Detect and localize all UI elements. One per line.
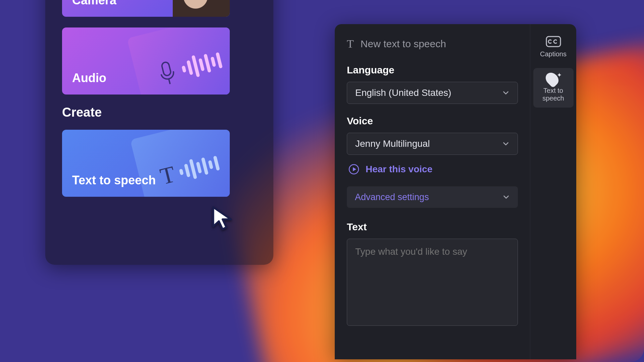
- language-select[interactable]: English (United States): [347, 82, 518, 104]
- voice-select[interactable]: Jenny Multilingual: [347, 133, 518, 155]
- tile-audio[interactable]: Audio: [62, 27, 230, 95]
- audio-tile-art: [127, 27, 230, 95]
- panel-title: New text to speech: [361, 38, 446, 50]
- tile-audio-label: Audio: [72, 71, 106, 85]
- rail-item-captions[interactable]: Captions: [533, 32, 574, 63]
- language-value: English (United States): [355, 87, 451, 98]
- voice-label: Voice: [347, 115, 518, 127]
- tile-tts-label: Text to speech: [72, 173, 156, 187]
- advanced-settings-toggle[interactable]: Advanced settings: [347, 186, 518, 208]
- text-label: Text: [347, 221, 518, 233]
- chevron-down-icon: [502, 193, 511, 201]
- waveform-icon: [180, 49, 223, 80]
- create-heading: Create: [62, 105, 257, 120]
- play-icon: [348, 164, 360, 175]
- panel-header: T New text to speech: [347, 38, 518, 50]
- advanced-settings-label: Advanced settings: [355, 192, 429, 202]
- chevron-down-icon: [501, 139, 510, 148]
- rail-captions-label: Captions: [540, 50, 567, 58]
- side-rail: Captions ✦ Text to speech: [530, 24, 576, 359]
- rail-tts-label: Text to speech: [535, 87, 572, 102]
- waveform-icon: [177, 153, 221, 182]
- chevron-down-icon: [501, 88, 510, 97]
- rail-item-text-to-speech[interactable]: ✦ Text to speech: [533, 68, 574, 108]
- hear-voice-label: Hear this voice: [366, 164, 432, 175]
- text-icon: T: [347, 38, 354, 50]
- hear-voice-button[interactable]: Hear this voice: [348, 164, 518, 175]
- camera-thumbnail: [173, 0, 230, 17]
- language-label: Language: [347, 64, 518, 76]
- microphone-icon: [155, 59, 179, 87]
- svg-rect-0: [161, 62, 171, 76]
- tile-text-to-speech[interactable]: T Text to speech: [62, 130, 230, 197]
- text-icon: T: [158, 161, 178, 190]
- cursor-icon: [211, 206, 235, 232]
- tile-camera-label: Camera: [72, 0, 116, 7]
- text-to-speech-panel: T New text to speech Language English (U…: [335, 24, 576, 359]
- media-source-panel: Camera Audio Create T: [45, 0, 273, 265]
- voice-value: Jenny Multilingual: [355, 138, 430, 149]
- text-input[interactable]: [347, 239, 518, 326]
- svg-line-1: [169, 79, 170, 84]
- tile-camera[interactable]: Camera: [62, 0, 230, 17]
- captions-icon: [545, 36, 561, 48]
- text-to-speech-icon: ✦: [546, 72, 560, 84]
